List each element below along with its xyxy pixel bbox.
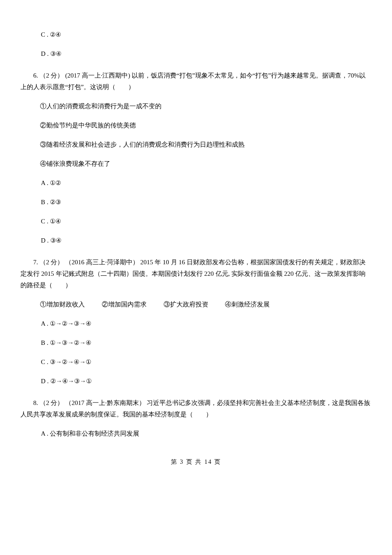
q6-option-a: A . ①② [41,177,372,189]
option-c-top: C . ②④ [41,29,372,40]
q7-option-c: C . ③→②→④→① [41,356,372,368]
q7-option-d: D . ②→④→③→① [41,376,372,387]
q7-statement-2: ②增加国内需求 [102,301,147,308]
q7-statement-3: ③扩大政府投资 [164,301,208,308]
q7-option-b: B . ①→③→②→④ [41,337,372,349]
q7-statement-4: ④刺激经济发展 [225,301,270,308]
q6-statement-2: ②勤俭节约是中华民族的传统美德 [27,120,372,131]
q7-inline-statements: ①增加财政收入 ②增加国内需求 ③扩大政府投资 ④刺激经济发展 [27,299,372,310]
q6-option-b: B . ②③ [41,197,372,208]
q8-option-a: A . 公有制和非公有制经济共同发展 [41,428,372,439]
question-7-stem: 7. （2 分） （2016 高三上·菏泽期中） 2015 年 10 月 16 … [20,257,372,291]
q6-statement-4: ④铺张浪费现象不存在了 [27,158,372,170]
q7-statement-1: ①增加财政收入 [40,301,85,308]
page-footer: 第 3 页 共 14 页 [20,457,372,467]
option-d-top: D . ③④ [41,48,372,60]
q6-option-d: D . ③④ [41,235,372,246]
q6-statement-1: ①人们的消费观念和消费行为是一成不变的 [27,101,372,112]
q7-option-a: A . ①→②→③→④ [41,318,372,330]
q6-option-c: C . ①④ [41,216,372,227]
question-6-stem: 6. （2 分） (2017 高一上·江西期中) 以前，饭店消费“打包”现象不太… [20,70,372,93]
q6-statement-3: ③随着经济发展和社会进步，人们的消费观念和消费行为日趋理性和成熟 [27,139,372,150]
question-8-stem: 8. （2 分） （2017 高一上·黔东南期末） 习近平总书记多次强调，必须坚… [20,397,372,420]
